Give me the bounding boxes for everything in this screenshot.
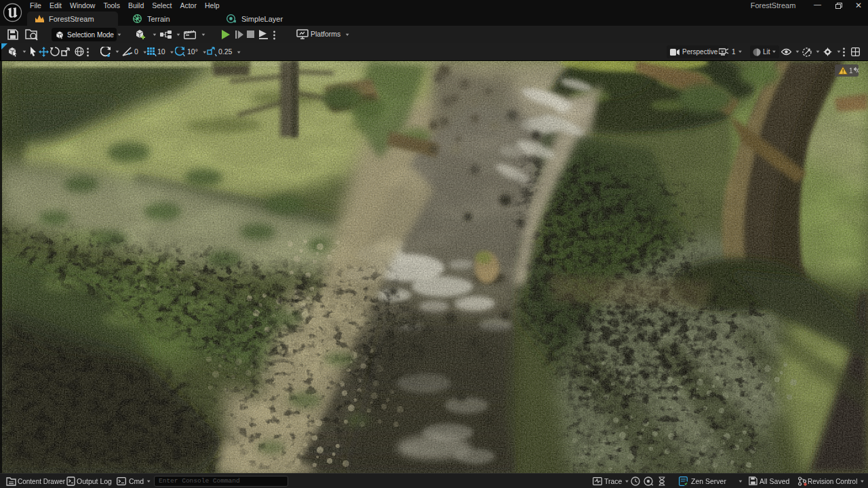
svg-text:1: 1 [849, 67, 853, 75]
